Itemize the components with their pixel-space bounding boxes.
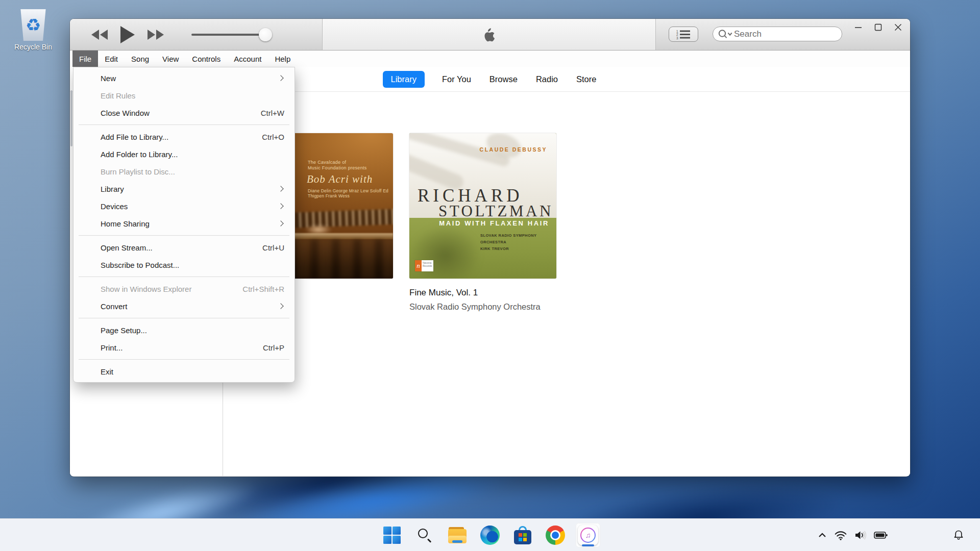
menu-item-add-file-to-library[interactable]: Add File to Library... Ctrl+O [74, 128, 295, 145]
menu-item-exit[interactable]: Exit [74, 363, 295, 380]
submenu-chevron-icon [278, 186, 283, 191]
maximize-button[interactable] [872, 21, 884, 33]
album-presenter-text: The Cavalcade of Music Foundation presen… [308, 160, 367, 171]
active-app-indicator [582, 544, 594, 546]
album-cover-fine-music[interactable]: CLAUDE DEBUSSY RICHARD STOLTZMAN MAID WI… [409, 133, 556, 279]
file-dropdown-menu: New Edit Rules Close Window Ctrl+W Add F… [73, 67, 295, 383]
recycle-bin-shortcut[interactable]: ♻ Recycle Bin [11, 9, 55, 51]
rewind-button[interactable] [90, 29, 109, 40]
menu-file[interactable]: File [72, 51, 98, 67]
menu-item-print[interactable]: Print... Ctrl+P [74, 339, 295, 356]
menu-separator [79, 277, 289, 277]
edge-icon [480, 525, 500, 545]
menu-item-burn-playlist: Burn Playlist to Disc... [74, 163, 295, 180]
search-icon [718, 29, 734, 40]
submenu-chevron-icon [278, 75, 283, 81]
toolbar-left-section [70, 19, 323, 50]
menu-account[interactable]: Account [227, 51, 268, 67]
volume-slider[interactable] [191, 34, 268, 36]
menu-separator [79, 124, 289, 125]
taskbar: ♫ [0, 518, 980, 551]
recycle-bin-icon: ♻ [19, 9, 47, 41]
itunes-button[interactable]: ♫ [576, 523, 600, 547]
album-caption-title[interactable]: Fine Music, Vol. 1 [409, 288, 541, 298]
volume-slider-knob[interactable] [259, 28, 272, 41]
svg-text:3: 3 [676, 36, 678, 40]
album-musicians-text: Diane Delin George Mraz Lew Soloff Ed Th… [308, 188, 393, 198]
search-icon [417, 528, 432, 543]
tab-library[interactable]: Library [383, 71, 425, 88]
record-label-logo: n Navona Records [415, 260, 433, 271]
album-subtitle: MAID WITH FLAXEN HAIR [439, 219, 549, 227]
menu-controls[interactable]: Controls [185, 51, 227, 67]
album-caption: Fine Music, Vol. 1 Slovak Radio Symphony… [409, 288, 541, 312]
itunes-window: 1 2 3 [70, 19, 910, 477]
composer-text: CLAUDE DEBUSSY [480, 146, 547, 153]
album-title-text: Bob Acri with [307, 173, 373, 186]
store-bag-icon [513, 526, 532, 544]
submenu-chevron-icon [278, 220, 283, 226]
volume-icon[interactable] [854, 530, 867, 541]
menu-item-devices[interactable]: Devices [74, 197, 295, 215]
taskbar-search-button[interactable] [412, 523, 437, 547]
tab-radio[interactable]: Radio [535, 71, 559, 88]
recycle-bin-label: Recycle Bin [11, 43, 55, 51]
tab-browse[interactable]: Browse [488, 71, 519, 88]
menu-item-open-stream[interactable]: Open Stream... Ctrl+U [74, 239, 295, 256]
search-input[interactable] [734, 29, 821, 39]
windows-logo-icon [383, 527, 401, 544]
battery-icon[interactable] [874, 530, 888, 540]
tab-store[interactable]: Store [575, 71, 597, 88]
toolbar-status-section [323, 19, 656, 50]
menu-separator [79, 235, 289, 236]
start-button[interactable] [380, 523, 404, 547]
menu-separator [79, 318, 289, 318]
menu-edit[interactable]: Edit [98, 51, 125, 67]
microsoft-store-button[interactable] [510, 523, 535, 547]
wifi-icon[interactable] [834, 530, 847, 541]
menu-item-subscribe-to-podcast[interactable]: Subscribe to Podcast... [74, 256, 295, 273]
menu-help[interactable]: Help [268, 51, 297, 67]
menu-separator [79, 359, 289, 360]
sidebar-scrollbar[interactable] [70, 90, 72, 146]
menu-item-page-setup[interactable]: Page Setup... [74, 321, 295, 339]
folder-icon [448, 527, 467, 543]
search-field[interactable] [713, 27, 842, 41]
menu-bar: File Edit Song View Controls Account Hel… [70, 51, 910, 67]
tray-chevron-up-icon[interactable] [817, 530, 827, 540]
menu-item-close-window[interactable]: Close Window Ctrl+W [74, 104, 295, 121]
submenu-chevron-icon [278, 203, 283, 209]
menu-item-add-folder-to-library[interactable]: Add Folder to Library... [74, 145, 295, 163]
menu-item-show-in-windows-explorer: Show in Windows Explorer Ctrl+Shift+R [74, 280, 295, 297]
menu-view[interactable]: View [156, 51, 185, 67]
itunes-toolbar: 1 2 3 [70, 19, 910, 51]
tab-for-you[interactable]: For You [441, 71, 472, 88]
fast-forward-button[interactable] [146, 29, 165, 40]
file-explorer-button[interactable] [445, 523, 470, 547]
apple-logo-icon [483, 28, 495, 42]
close-button[interactable] [892, 21, 904, 33]
up-next-list-button[interactable]: 1 2 3 [669, 27, 698, 42]
play-button[interactable] [120, 26, 135, 43]
chrome-icon [546, 525, 565, 545]
itunes-icon: ♫ [578, 525, 598, 545]
menu-item-new[interactable]: New [74, 69, 295, 87]
menu-item-home-sharing[interactable]: Home Sharing [74, 215, 295, 232]
album-caption-artist[interactable]: Slovak Radio Symphony Orchestra [409, 302, 541, 312]
menu-song[interactable]: Song [125, 51, 156, 67]
submenu-chevron-icon [278, 303, 283, 309]
chrome-button[interactable] [543, 523, 568, 547]
notification-bell-icon[interactable] [952, 519, 965, 551]
minimize-button[interactable] [852, 21, 864, 33]
menu-item-edit-rules: Edit Rules [74, 87, 295, 104]
menu-item-library[interactable]: Library [74, 180, 295, 197]
menu-item-convert[interactable]: Convert [74, 297, 295, 315]
album-credits: SLOVAK RADIO SYMPHONY ORCHESTRA KIRK TRE… [480, 232, 556, 252]
edge-browser-button[interactable] [478, 523, 502, 547]
